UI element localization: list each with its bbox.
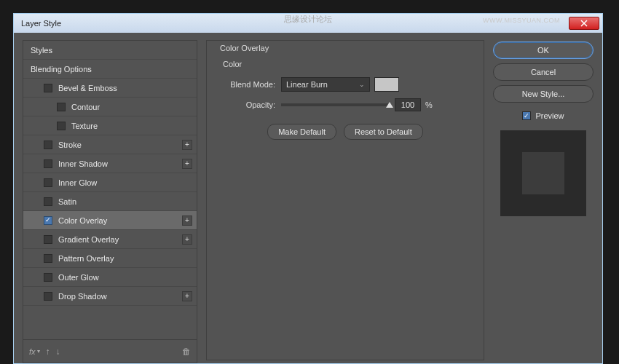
styles-sidebar: Styles Blending Options Bevel & Emboss C… (23, 40, 197, 363)
dialog-buttons: OK Cancel New Style... Preview (493, 40, 594, 363)
cancel-button[interactable]: Cancel (493, 63, 594, 81)
add-icon[interactable]: + (182, 159, 192, 169)
trash-icon[interactable]: 🗑 (182, 347, 191, 357)
group-title: Color (220, 60, 245, 68)
opacity-unit: % (425, 100, 433, 109)
style-texture[interactable]: Texture (23, 116, 197, 135)
checkbox[interactable] (44, 235, 52, 244)
panel-title: Color Overlay (217, 44, 272, 52)
checkbox[interactable] (44, 292, 52, 301)
checkbox[interactable] (44, 273, 52, 282)
checkbox[interactable] (44, 141, 52, 149)
sidebar-blending-options[interactable]: Blending Options (23, 60, 197, 79)
style-bevel-emboss[interactable]: Bevel & Emboss (23, 79, 197, 98)
preview-toggle[interactable]: Preview (493, 111, 594, 120)
opacity-input[interactable] (395, 98, 421, 111)
style-outer-glow[interactable]: Outer Glow (23, 268, 197, 287)
slider-thumb[interactable] (386, 102, 393, 108)
add-icon[interactable]: + (182, 215, 192, 226)
style-drop-shadow[interactable]: Drop Shadow+ (23, 287, 197, 306)
add-icon[interactable]: + (182, 140, 192, 150)
add-icon[interactable]: + (182, 291, 192, 301)
arrow-down-icon[interactable]: ↓ (56, 347, 60, 357)
style-contour[interactable]: Contour (23, 98, 197, 116)
style-inner-glow[interactable]: Inner Glow (23, 173, 197, 192)
style-inner-shadow[interactable]: Inner Shadow+ (23, 154, 197, 173)
close-icon (580, 20, 588, 27)
color-group: Color Blend Mode: Linear Burn ⌄ Opacity: (213, 58, 478, 141)
preview-checkbox[interactable] (522, 111, 531, 120)
titlebar: Layer Style (14, 14, 602, 33)
opacity-slider[interactable] (281, 103, 389, 106)
checkbox[interactable] (44, 159, 52, 168)
checkbox[interactable] (57, 122, 66, 130)
checkbox[interactable] (44, 178, 52, 187)
reset-default-button[interactable]: Reset to Default (344, 124, 423, 140)
settings-panel: Color Overlay Color Blend Mode: Linear B… (206, 40, 484, 360)
style-color-overlay[interactable]: Color Overlay+ (23, 211, 197, 230)
checkbox[interactable] (44, 254, 52, 263)
color-swatch[interactable] (374, 77, 399, 92)
close-button[interactable] (569, 17, 599, 30)
blend-mode-label: Blend Mode: (217, 80, 281, 89)
new-style-button[interactable]: New Style... (493, 85, 594, 103)
style-stroke[interactable]: Stroke+ (23, 135, 197, 154)
style-satin[interactable]: Satin (23, 192, 197, 211)
fx-menu-icon[interactable]: fx▾ (29, 347, 40, 356)
sidebar-footer: fx▾ ↑ ↓ 🗑 (23, 339, 197, 363)
make-default-button[interactable]: Make Default (267, 124, 336, 140)
blend-mode-select[interactable]: Linear Burn ⌄ (281, 77, 370, 92)
chevron-down-icon: ⌄ (359, 81, 365, 88)
styles-list: Styles Blending Options Bevel & Emboss C… (23, 41, 197, 339)
arrow-up-icon[interactable]: ↑ (46, 347, 50, 357)
style-pattern-overlay[interactable]: Pattern Overlay (23, 249, 197, 268)
sidebar-styles-header[interactable]: Styles (23, 41, 197, 60)
layer-style-dialog: 思缘设计论坛 WWW.MISSYUAN.COM Layer Style Styl… (13, 13, 603, 364)
opacity-label: Opacity: (217, 100, 281, 109)
preview-thumbnail (500, 130, 586, 216)
add-icon[interactable]: + (182, 234, 192, 245)
ok-button[interactable]: OK (493, 41, 594, 59)
checkbox[interactable] (44, 197, 52, 206)
checkbox[interactable] (57, 103, 66, 111)
window-title: Layer Style (21, 19, 61, 28)
style-gradient-overlay[interactable]: Gradient Overlay+ (23, 230, 197, 249)
checkbox[interactable] (44, 84, 52, 92)
checkbox[interactable] (44, 216, 52, 225)
